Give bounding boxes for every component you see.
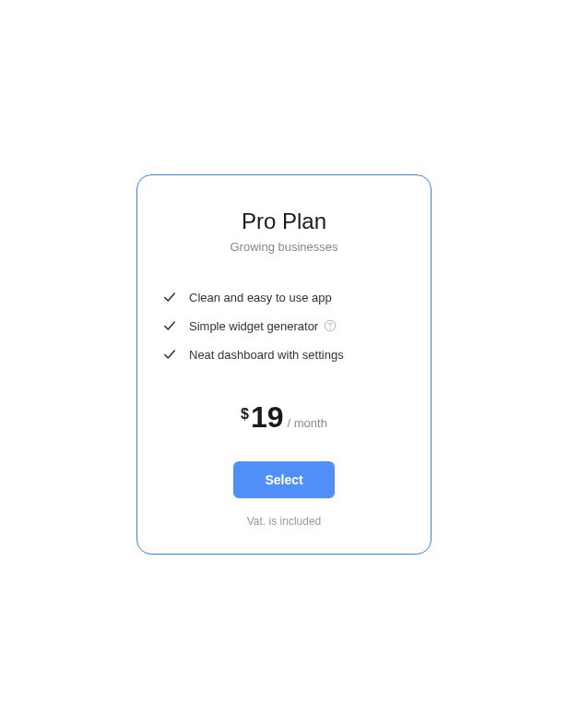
feature-label: Neat dashboard with settings: [189, 348, 344, 362]
select-button[interactable]: Select: [233, 461, 334, 498]
pricing-card: Pro Plan Growing businesses Clean and ea…: [136, 174, 432, 555]
svg-point-1: [330, 328, 331, 328]
feature-item: Clean and easy to use app: [163, 291, 405, 304]
price-period: / month: [288, 416, 327, 430]
feature-list: Clean and easy to use app Simple widget …: [163, 291, 405, 362]
vat-note: Vat. is included: [247, 515, 322, 528]
plan-subtitle: Growing businesses: [230, 240, 337, 254]
help-icon[interactable]: [324, 319, 337, 332]
check-icon: [163, 291, 176, 304]
feature-label: Clean and easy to use app: [189, 291, 332, 304]
plan-title: Pro Plan: [242, 209, 326, 234]
price-amount: 19: [251, 402, 284, 432]
feature-item: Neat dashboard with settings: [163, 348, 405, 362]
feature-item: Simple widget generator: [163, 319, 405, 333]
price: $ 19 / month: [241, 402, 327, 432]
check-icon: [163, 348, 176, 361]
check-icon: [163, 319, 176, 332]
feature-label: Simple widget generator: [189, 319, 318, 333]
price-currency: $: [241, 406, 249, 423]
